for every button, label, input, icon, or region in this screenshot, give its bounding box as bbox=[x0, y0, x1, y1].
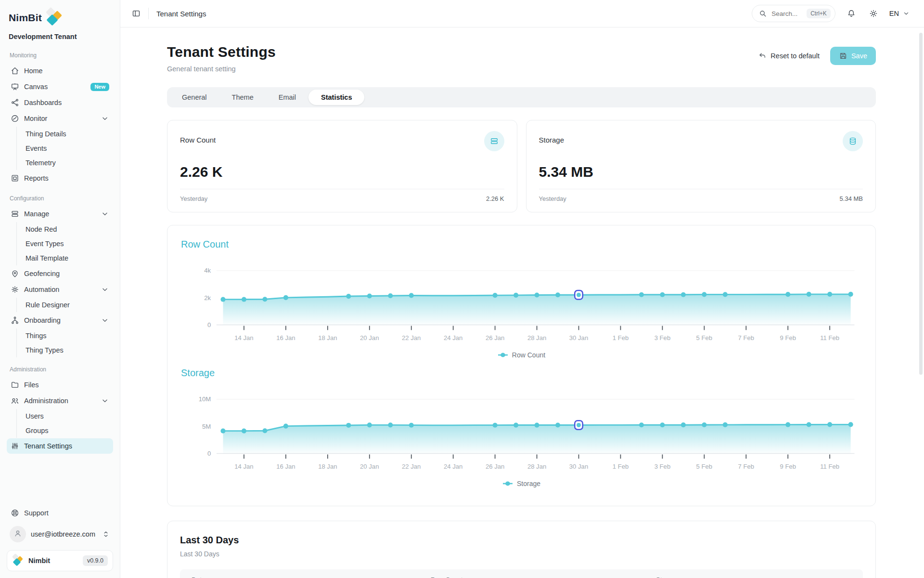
sidebar-subitem-node-red[interactable]: Node Red bbox=[17, 222, 113, 236]
user-menu[interactable]: user@iotbreeze.com bbox=[7, 521, 113, 547]
tab-general[interactable]: General bbox=[169, 90, 219, 105]
scrollbar[interactable] bbox=[919, 33, 923, 375]
tab-theme[interactable]: Theme bbox=[219, 90, 266, 105]
sidebar-item-support[interactable]: Support bbox=[7, 505, 113, 521]
page-content: Tenant Settings General tenant setting R… bbox=[120, 27, 924, 578]
svg-text:11 Feb: 11 Feb bbox=[820, 334, 839, 342]
sidebar-subitem-thing-details[interactable]: Thing Details bbox=[17, 127, 113, 141]
sidebar-subitem-mail-template[interactable]: Mail Template bbox=[17, 251, 113, 265]
sliders-icon bbox=[11, 442, 19, 450]
avatar bbox=[10, 526, 26, 542]
section-label-configuration: Configuration bbox=[7, 186, 113, 206]
sidebar-subitem-users[interactable]: Users bbox=[17, 409, 113, 423]
sidebar-item-reports[interactable]: Reports bbox=[7, 171, 113, 186]
search-field[interactable] bbox=[771, 10, 802, 17]
chevron-down-icon bbox=[101, 285, 109, 294]
sidebar-subitem-events[interactable]: Events bbox=[17, 141, 113, 156]
svg-text:16 Jan: 16 Jan bbox=[276, 463, 295, 470]
reset-to-default-button[interactable]: Reset to default bbox=[758, 52, 820, 60]
undo-icon bbox=[758, 52, 767, 60]
rows-icon bbox=[484, 131, 504, 151]
notifications-bell-icon[interactable] bbox=[845, 7, 858, 20]
svg-text:1 Feb: 1 Feb bbox=[613, 463, 629, 470]
version-badge: v0.9.0 bbox=[83, 555, 108, 566]
admin-icon bbox=[11, 396, 19, 405]
row-count-chart[interactable]: 4k2k014 Jan16 Jan18 Jan20 Jan22 Jan24 Ja… bbox=[180, 251, 863, 350]
topbar: Tenant Settings Ctrl+K EN bbox=[120, 0, 924, 27]
sidebar-item-automation[interactable]: Automation bbox=[7, 282, 113, 297]
sidebar-subitem-groups[interactable]: Groups bbox=[17, 423, 113, 438]
submenu-onboarding: ThingsThing Types bbox=[16, 328, 113, 357]
last-30-days-card: Last 30 Days Last 30 Days Date⇅Row Count… bbox=[167, 521, 876, 578]
submenu-manage: Node RedEvent TypesMail Template bbox=[16, 222, 113, 265]
storage-chart[interactable]: 10M5M014 Jan16 Jan18 Jan20 Jan22 Jan24 J… bbox=[180, 380, 863, 479]
sidebar-item-label: Canvas bbox=[24, 83, 48, 91]
shortcut-badge: Ctrl+K bbox=[807, 9, 831, 18]
app-version-card: Nimbit v0.9.0 bbox=[7, 550, 113, 571]
sidebar-toggle-icon[interactable] bbox=[130, 7, 142, 20]
svg-text:18 Jan: 18 Jan bbox=[318, 463, 337, 470]
sidebar-item-administration[interactable]: Administration bbox=[7, 393, 113, 408]
svg-text:3 Feb: 3 Feb bbox=[654, 334, 671, 342]
theme-sun-icon[interactable] bbox=[867, 7, 880, 20]
sidebar-item-home[interactable]: Home bbox=[7, 63, 113, 79]
sidebar-subitem-event-types[interactable]: Event Types bbox=[17, 236, 113, 251]
svg-text:9 Feb: 9 Feb bbox=[780, 334, 796, 342]
sidebar-item-manage[interactable]: Manage bbox=[7, 206, 113, 222]
legend-row-count[interactable]: Row Count bbox=[180, 351, 863, 359]
submenu-administration: UsersGroups bbox=[16, 409, 113, 438]
chevron-down-icon bbox=[101, 210, 109, 218]
sidebar-item-monitor[interactable]: Monitor bbox=[7, 111, 113, 126]
sidebar-subitem-thing-types[interactable]: Thing Types bbox=[17, 343, 113, 357]
submenu-automation: Rule Designer bbox=[16, 298, 113, 312]
column-header-row-count[interactable]: Row Count⇅ bbox=[419, 569, 644, 578]
sidebar-item-files[interactable]: Files bbox=[7, 377, 113, 393]
legend-marker-icon bbox=[502, 481, 513, 486]
dashboards-icon bbox=[11, 98, 19, 107]
search-input[interactable]: Ctrl+K bbox=[752, 5, 835, 22]
sidebar-subitem-telemetry[interactable]: Telemetry bbox=[17, 156, 113, 170]
column-header-date[interactable]: Date⇅ bbox=[180, 569, 419, 578]
stat-card-value: 5.34 MB bbox=[539, 164, 863, 180]
new-badge: New bbox=[90, 83, 109, 91]
support-icon bbox=[11, 509, 19, 517]
stat-footer-label: Yesterday bbox=[180, 195, 207, 202]
chevron-down-icon bbox=[101, 114, 109, 123]
column-header-storage[interactable]: Storage⇅ bbox=[644, 569, 863, 578]
sidebar-subitem-things[interactable]: Things bbox=[17, 328, 113, 343]
legend-label: Storage bbox=[517, 480, 540, 487]
save-button[interactable]: Save bbox=[830, 47, 876, 65]
stat-card-title: Row Count bbox=[180, 136, 216, 144]
sidebar-item-label: Home bbox=[24, 67, 43, 75]
svg-text:0: 0 bbox=[207, 450, 211, 457]
section-label-administration: Administration bbox=[7, 357, 113, 377]
chart-title-storage: Storage bbox=[181, 368, 863, 379]
sidebar-item-tenant-settings[interactable]: Tenant Settings bbox=[7, 438, 113, 454]
sidebar-item-onboarding[interactable]: Onboarding bbox=[7, 313, 113, 328]
stat-card-title: Storage bbox=[539, 136, 565, 144]
home-icon bbox=[11, 66, 19, 75]
legend-storage[interactable]: Storage bbox=[180, 480, 863, 487]
section-label-monitoring: Monitoring bbox=[7, 43, 113, 63]
language-selector[interactable]: EN bbox=[889, 9, 911, 18]
chevron-down-icon bbox=[902, 9, 911, 18]
svg-text:22 Jan: 22 Jan bbox=[402, 334, 421, 342]
svg-text:1 Feb: 1 Feb bbox=[613, 334, 629, 342]
svg-text:5 Feb: 5 Feb bbox=[696, 334, 713, 342]
automation-icon bbox=[11, 285, 19, 294]
sidebar-item-label: Manage bbox=[24, 210, 49, 218]
tab-statistics[interactable]: Statistics bbox=[308, 90, 364, 105]
column-label: Row Count bbox=[431, 576, 463, 578]
sidebar-item-dashboards[interactable]: Dashboards bbox=[7, 95, 113, 110]
reset-label: Reset to default bbox=[770, 52, 820, 60]
tab-email[interactable]: Email bbox=[266, 90, 308, 105]
svg-text:20 Jan: 20 Jan bbox=[360, 334, 379, 342]
sidebar-item-geofencing[interactable]: Geofencing bbox=[7, 266, 113, 281]
table-header-row: Date⇅Row Count⇅Storage⇅ bbox=[180, 569, 863, 578]
sidebar-item-canvas[interactable]: CanvasNew bbox=[7, 79, 113, 94]
chevron-down-icon bbox=[101, 396, 109, 405]
brand-logo-icon bbox=[44, 8, 63, 28]
stats-table: Date⇅Row Count⇅Storage⇅ 2026-01-131.88 K… bbox=[180, 569, 863, 578]
charts-card: Row Count4k2k014 Jan16 Jan18 Jan20 Jan22… bbox=[167, 225, 876, 506]
sidebar-subitem-rule-designer[interactable]: Rule Designer bbox=[17, 298, 113, 312]
